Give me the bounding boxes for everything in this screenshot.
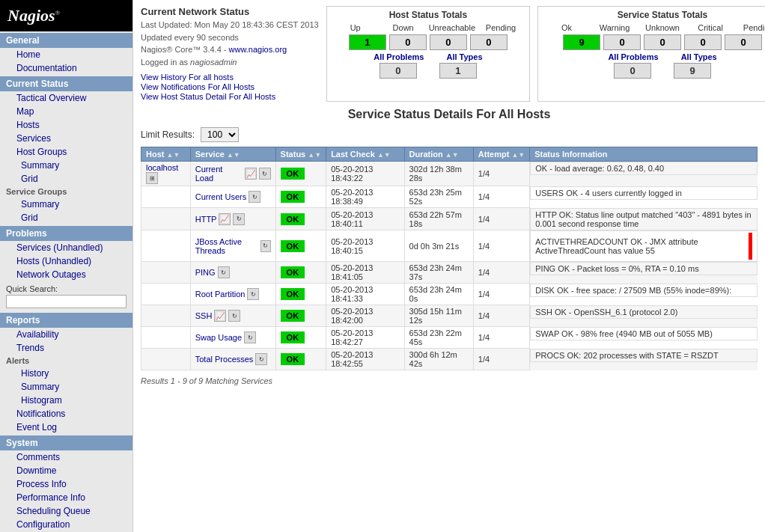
reschedule-icon[interactable]: ↻ <box>244 331 256 343</box>
sidebar-item-trends[interactable]: Trends <box>0 341 132 355</box>
table-row: Current Users↻OK05-20-2013 18:38:49653d … <box>141 186 758 208</box>
host-all-types-link[interactable]: All Types <box>446 52 482 61</box>
sidebar-item-scheduling-queue[interactable]: Scheduling Queue <box>0 504 132 518</box>
sidebar-item-host-groups[interactable]: Host Groups <box>0 145 132 159</box>
cell-service: PING↻ <box>190 262 275 284</box>
svc-label-critical: Critical <box>688 23 733 32</box>
service-link[interactable]: HTTP <box>195 215 217 224</box>
sidebar-item-performance-info[interactable]: Performance Info <box>0 491 132 504</box>
sidebar-item-map[interactable]: Map <box>0 105 132 118</box>
sidebar-item-availability[interactable]: Availability <box>0 328 132 341</box>
graph-icon[interactable]: 📈 <box>219 213 231 225</box>
status-badge: OK <box>281 288 305 300</box>
host-link[interactable]: localhost <box>146 163 178 172</box>
host-problems-count-row: 0 1 <box>333 63 523 79</box>
cell-status-info: HTTP OK: Status line output matched "403… <box>530 208 757 230</box>
cell-host: localhost⊞ <box>141 162 191 186</box>
reschedule-icon[interactable]: ↻ <box>228 310 240 322</box>
service-link[interactable]: Root Partition <box>195 290 246 299</box>
host-val-down[interactable]: 0 <box>389 34 427 50</box>
host-all-types-val[interactable]: 1 <box>439 63 477 79</box>
sidebar-item-home[interactable]: Home <box>0 48 132 61</box>
svc-all-types-link[interactable]: All Types <box>681 52 717 61</box>
service-link[interactable]: Swap Usage <box>195 333 242 342</box>
service-link[interactable]: SSH <box>195 311 213 320</box>
limit-select[interactable]: 25 50 100 200 All <box>201 127 239 142</box>
status-badge: OK <box>281 191 305 203</box>
graph-icon[interactable]: 📈 <box>245 168 257 180</box>
svc-val-unknown[interactable]: 0 <box>644 34 681 50</box>
sidebar-item-summary-hg[interactable]: Summary <box>0 159 132 172</box>
cell-last-check: 05-20-2013 18:40:11 <box>326 208 404 230</box>
host-all-problems-link[interactable]: All Problems <box>374 52 424 61</box>
reschedule-icon[interactable]: ↻ <box>233 213 245 225</box>
sidebar-item-services[interactable]: Services <box>0 132 132 145</box>
sidebar-item-network-outages[interactable]: Network Outages <box>0 268 132 281</box>
reschedule-icon[interactable]: ↻ <box>247 288 259 300</box>
sidebar-item-comments[interactable]: Comments <box>0 450 132 464</box>
col-attempt[interactable]: Attempt ▲▼ <box>473 147 529 162</box>
sidebar-item-summary-sg[interactable]: Summary <box>0 198 132 211</box>
cell-duration: 653d 23h 24m 0s <box>404 284 473 305</box>
table-row: Total Processes↻OK05-20-2013 18:42:55300… <box>141 349 758 370</box>
status-badge: OK <box>281 331 305 343</box>
logged-in-label: Logged in as <box>141 58 188 67</box>
link-view-history[interactable]: View History For all hosts <box>141 73 319 82</box>
service-link[interactable]: JBoss Active Threads <box>195 237 259 255</box>
col-last-check[interactable]: Last Check ▲▼ <box>326 147 404 162</box>
sidebar-item-grid-hg[interactable]: Grid <box>0 172 132 186</box>
sidebar-item-configuration[interactable]: Configuration <box>0 518 132 531</box>
reschedule-icon[interactable]: ↻ <box>255 353 267 365</box>
service-link[interactable]: PING <box>195 268 216 277</box>
sidebar-item-services-unhandled[interactable]: Services (Unhandled) <box>0 241 132 254</box>
table-row: Swap Usage↻OK05-20-2013 18:42:27653d 23h… <box>141 327 758 349</box>
graph-icon[interactable]: 📈 <box>214 310 226 322</box>
svc-all-types-val[interactable]: 9 <box>674 63 711 79</box>
sidebar-item-hosts-unhandled[interactable]: Hosts (Unhandled) <box>0 254 132 268</box>
search-input[interactable] <box>6 295 127 308</box>
host-all-problems-val[interactable]: 0 <box>380 63 417 79</box>
service-link[interactable]: Current Load <box>195 165 243 183</box>
table-row: localhost⊞Current Load📈↻OK05-20-2013 18:… <box>141 162 758 186</box>
sidebar-item-notifications[interactable]: Notifications <box>0 407 132 421</box>
sidebar-item-event-log[interactable]: Event Log <box>0 421 132 434</box>
svc-val-pending[interactable]: 0 <box>725 34 762 50</box>
svc-all-problems-val[interactable]: 0 <box>614 63 651 79</box>
reschedule-icon[interactable]: ↻ <box>259 168 271 180</box>
link-view-notifications[interactable]: View Notifications For All Hosts <box>141 82 319 91</box>
sidebar-item-histogram[interactable]: Histogram <box>0 394 132 407</box>
sidebar-subsection-alerts: Alerts <box>0 355 132 367</box>
col-service[interactable]: Service ▲▼ <box>190 147 275 162</box>
link-view-host-status[interactable]: View Host Status Detail For All Hosts <box>141 92 319 101</box>
cell-last-check: 05-20-2013 18:40:15 <box>326 230 404 262</box>
host-detail-icon[interactable]: ⊞ <box>146 172 158 184</box>
host-val-up[interactable]: 1 <box>349 34 386 50</box>
sidebar-item-process-info[interactable]: Process Info <box>0 477 132 491</box>
sidebar-item-tactical-overview[interactable]: Tactical Overview <box>0 91 132 105</box>
sidebar-item-hosts[interactable]: Hosts <box>0 118 132 132</box>
sidebar-item-grid-sg[interactable]: Grid <box>0 211 132 224</box>
col-status-info: Status Information <box>530 147 758 162</box>
host-label-unreachable: Unreachable <box>429 23 475 32</box>
svc-val-warning[interactable]: 0 <box>603 34 641 50</box>
sidebar-item-history[interactable]: History <box>0 367 132 380</box>
reschedule-icon[interactable]: ↻ <box>249 191 260 203</box>
col-host[interactable]: Host ▲▼ <box>141 147 191 162</box>
nagios-url[interactable]: www.nagios.org <box>229 45 287 54</box>
svc-all-problems-link[interactable]: All Problems <box>608 52 658 61</box>
service-link[interactable]: Current Users <box>195 192 246 201</box>
sidebar-item-documentation[interactable]: Documentation <box>0 61 132 75</box>
col-duration[interactable]: Duration ▲▼ <box>404 147 473 162</box>
sidebar-section-general: General <box>0 33 132 48</box>
sidebar-item-downtime[interactable]: Downtime <box>0 464 132 477</box>
reschedule-icon[interactable]: ↻ <box>260 240 270 252</box>
cell-host <box>141 349 191 370</box>
col-status[interactable]: Status ▲▼ <box>275 147 326 162</box>
host-val-pending[interactable]: 0 <box>470 34 508 50</box>
sidebar-item-summary-alerts[interactable]: Summary <box>0 380 132 394</box>
service-link[interactable]: Total Processes <box>195 355 254 364</box>
host-val-unreachable[interactable]: 0 <box>430 34 467 50</box>
svc-val-ok[interactable]: 9 <box>563 34 600 50</box>
svc-val-critical[interactable]: 0 <box>684 34 722 50</box>
reschedule-icon[interactable]: ↻ <box>218 266 230 278</box>
